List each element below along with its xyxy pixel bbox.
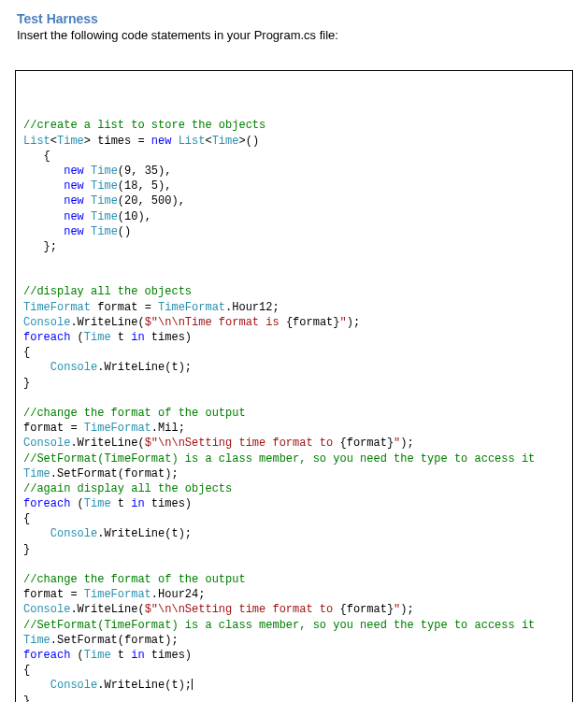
code-token-kw: foreach (23, 649, 70, 662)
code-token-plain: format = (23, 588, 84, 601)
code-token-type: Time (91, 179, 118, 193)
code-token-type: List (179, 135, 206, 148)
code-token-str: $"\n\nTime format is (145, 316, 286, 329)
code-token-plain: { (23, 512, 30, 525)
code-token-plain: .SetFormat(format); (50, 634, 179, 647)
code-token-type: Time (57, 135, 84, 148)
code-token-kw: new (64, 210, 84, 223)
code-line: new Time(9, 35), (23, 164, 565, 179)
code-token-plain: t (111, 497, 132, 510)
code-token-kw: in (131, 497, 144, 510)
code-line: }; (23, 239, 565, 254)
code-token-plain (23, 225, 64, 238)
code-token-kw: in (131, 331, 144, 344)
code-line: Time.SetFormat(format); (23, 633, 565, 648)
code-token-plain: ( (70, 331, 83, 344)
code-token-type: Console (23, 437, 70, 450)
code-token-type: Time (84, 649, 111, 662)
code-token-comment: //create a list to store the objects (23, 119, 265, 132)
code-line (23, 269, 565, 284)
code-token-kw: in (131, 649, 144, 662)
code-token-plain: .WriteLine( (70, 437, 144, 450)
code-token-kw: new (64, 165, 84, 178)
code-token-plain: .WriteLine( (70, 316, 144, 329)
code-token-plain (84, 194, 91, 208)
code-line: Console.WriteLine($"\n\nSetting time for… (23, 436, 565, 451)
code-line: Time.SetFormat(format); (23, 466, 565, 481)
code-token-plain: } (23, 543, 30, 556)
code-token-plain: < (205, 135, 211, 148)
code-block: //create a list to store the objectsList… (15, 70, 573, 702)
code-token-plain (84, 179, 91, 193)
code-line: Console.WriteLine(t); (23, 526, 565, 541)
code-token-plain: times) (145, 649, 192, 662)
code-token-plain (23, 361, 50, 374)
code-line: //again display all the objects (23, 481, 565, 496)
code-token-type: Console (50, 679, 97, 692)
code-token-plain: .SetFormat(format); (50, 467, 179, 480)
code-line: } (23, 694, 565, 703)
code-token-plain: t (111, 649, 132, 662)
code-token-type: List (23, 135, 50, 148)
code-token-type: Time (84, 331, 111, 344)
code-line (23, 88, 565, 103)
code-token-plain (171, 135, 178, 148)
code-token-plain: ); (400, 603, 413, 616)
code-token-plain: {format} (286, 316, 340, 329)
code-line: format = TimeFormat.Hour24; (23, 587, 565, 602)
code-line: Console.WriteLine(t); (23, 360, 565, 375)
code-token-plain: (20, 500), (118, 194, 185, 208)
code-token-type: Console (23, 603, 70, 616)
code-token-str: " (339, 316, 346, 329)
code-token-kw: new (64, 179, 84, 193)
code-token-plain: {format} (339, 603, 394, 616)
code-token-plain: ); (347, 316, 360, 329)
code-token-plain (23, 194, 64, 208)
code-token-plain: () (118, 225, 131, 238)
code-token-type: Time (91, 165, 118, 178)
code-token-plain (84, 210, 91, 223)
code-token-plain: }; (23, 240, 57, 253)
code-line: //change the format of the output (23, 572, 565, 587)
code-line: new Time() (23, 224, 565, 239)
code-token-plain: { (23, 346, 30, 359)
code-line: //change the format of the output (23, 406, 565, 421)
code-token-plain: ); (400, 437, 413, 450)
code-token-type: TimeFormat (84, 588, 151, 601)
code-token-plain: times) (145, 497, 192, 510)
code-line: //display all the objects (23, 284, 565, 299)
code-line: } (23, 542, 565, 557)
code-token-plain: {format} (339, 437, 394, 450)
code-token-plain: format = (91, 301, 158, 314)
code-token-comment: //change the format of the output (23, 573, 246, 586)
code-line: List<Time> times = new List<Time>() (23, 134, 565, 149)
code-token-plain (23, 179, 64, 193)
code-token-type: Time (84, 497, 111, 510)
code-line (23, 254, 565, 269)
code-token-type: Time (23, 634, 50, 647)
code-token-str: $"\n\nSetting time format to (145, 603, 340, 616)
code-token-plain: ( (70, 649, 83, 662)
code-token-plain (23, 210, 64, 223)
code-token-comment: //change the format of the output (23, 407, 246, 420)
code-token-type: TimeFormat (84, 422, 151, 435)
code-line: foreach (Time t in times) (23, 648, 565, 663)
code-token-plain: < (50, 135, 57, 148)
code-token-plain (23, 679, 50, 692)
code-token-plain: format = (23, 422, 84, 435)
code-token-type: Console (50, 527, 97, 540)
code-token-plain: t (111, 331, 132, 344)
code-token-comment: //SetFormat(TimeFormat) is a class membe… (23, 619, 535, 632)
code-line: new Time(20, 500), (23, 193, 565, 208)
intro-text: Insert the following code statements in … (17, 28, 571, 42)
code-token-type: Time (91, 210, 118, 223)
code-token-plain: times) (145, 331, 192, 344)
code-token-plain: .WriteLine(t); (97, 679, 192, 692)
code-token-comment: //SetFormat(TimeFormat) is a class membe… (23, 452, 535, 466)
code-token-plain (84, 225, 91, 238)
code-token-kw: foreach (23, 331, 70, 344)
code-token-comment: //again display all the objects (23, 482, 232, 495)
code-token-type: TimeFormat (158, 301, 225, 314)
code-token-plain: ( (70, 497, 83, 510)
code-line: } (23, 376, 565, 391)
